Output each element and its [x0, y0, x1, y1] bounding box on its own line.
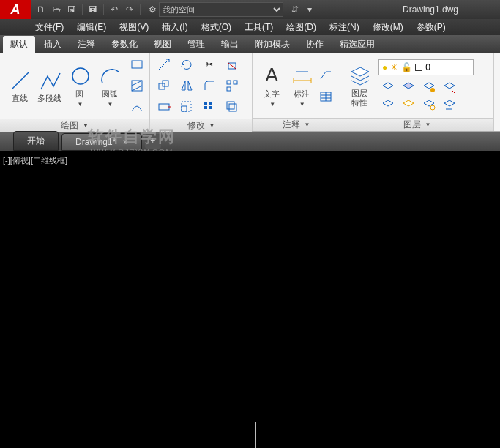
tab-addins[interactable]: 附加模块: [247, 36, 297, 53]
tab-annotate[interactable]: 注释: [70, 36, 102, 53]
svg-line-0: [12, 72, 29, 89]
menu-modify[interactable]: 修改(M): [373, 21, 403, 34]
panel-title-layer[interactable]: 图层▼: [340, 118, 493, 131]
line-icon: [8, 68, 31, 92]
viewport-label[interactable]: [-][俯视][二维线框]: [0, 151, 500, 171]
new-icon[interactable]: 🗋: [34, 2, 48, 17]
chevron-down-icon: ▼: [83, 122, 89, 129]
drawing-viewport[interactable]: [-][俯视][二维线框]: [0, 151, 500, 448]
fillet-icon[interactable]: [200, 76, 219, 95]
chevron-down-icon: ▼: [78, 101, 83, 108]
hatch-icon[interactable]: [127, 76, 146, 95]
scale-icon[interactable]: [177, 97, 196, 116]
trim-icon[interactable]: ✂: [200, 55, 219, 74]
tab-output[interactable]: 输出: [214, 36, 246, 53]
menu-edit[interactable]: 编辑(E): [77, 21, 106, 34]
crosshair-vertical: [255, 422, 256, 448]
layer-properties-button[interactable]: 图层 特性: [345, 64, 374, 106]
chevron-down-icon: ▼: [108, 101, 113, 108]
panel-title-draw[interactable]: 绘图▼: [0, 119, 149, 132]
chevron-down-icon: ▼: [269, 101, 275, 108]
menu-param[interactable]: 参数(P): [417, 21, 446, 34]
circle-button[interactable]: 圆▼: [64, 64, 94, 108]
menu-format[interactable]: 格式(O): [201, 21, 231, 34]
workspace-select[interactable]: 我的空间: [159, 2, 283, 17]
chevron-down-icon: ▼: [425, 122, 431, 128]
tab-default[interactable]: 默认: [3, 36, 35, 53]
svg-line-4: [132, 81, 142, 86]
layer-unlock-icon[interactable]: [419, 96, 439, 115]
layer-freeze-icon[interactable]: [399, 78, 418, 97]
array-icon[interactable]: [200, 97, 219, 116]
gear-icon: ⚙: [149, 4, 157, 15]
open-icon[interactable]: 🗁: [49, 2, 64, 17]
erase-icon[interactable]: [223, 55, 242, 74]
ribbon-content: 直线 多段线 圆▼ 圆弧▼: [0, 53, 500, 132]
svg-point-1: [72, 68, 89, 84]
menu-draw[interactable]: 绘图(D): [286, 21, 316, 34]
panel-title-annotate[interactable]: 注释▼: [253, 118, 340, 131]
tab-manage[interactable]: 管理: [180, 36, 212, 53]
svg-rect-16: [204, 102, 207, 105]
layer-iso-icon[interactable]: [378, 96, 398, 115]
dropdown-icon[interactable]: ▾: [302, 2, 317, 17]
layer-match-icon[interactable]: [440, 78, 459, 97]
tab-collab[interactable]: 协作: [299, 36, 331, 53]
dimension-button[interactable]: 标注▼: [287, 64, 317, 108]
doctab-start[interactable]: 开始: [13, 131, 59, 151]
svg-line-5: [132, 86, 142, 91]
table-icon[interactable]: [316, 87, 335, 106]
app-logo[interactable]: A: [0, 0, 31, 19]
layer-off-icon[interactable]: [378, 78, 398, 97]
redo-icon[interactable]: ↷: [122, 2, 137, 17]
rotate-icon[interactable]: [177, 55, 196, 74]
spline-icon[interactable]: [127, 97, 146, 116]
move-icon[interactable]: [154, 55, 173, 74]
rectangle-icon[interactable]: [127, 55, 146, 74]
menu-file[interactable]: 文件(F): [35, 21, 64, 34]
chevron-down-icon: ▼: [299, 101, 305, 108]
layers-icon: [348, 64, 371, 87]
undo-icon[interactable]: ↶: [107, 2, 122, 17]
document-title: Drawing1.dwg: [361, 4, 500, 15]
svg-rect-3: [132, 81, 142, 91]
polyline-button[interactable]: 多段线: [34, 68, 64, 104]
copy-icon[interactable]: [154, 76, 173, 95]
text-icon: A: [260, 64, 283, 87]
saveas-icon[interactable]: 🖬: [86, 2, 100, 17]
bulb-icon: ●: [382, 62, 387, 72]
offset-icon[interactable]: [223, 97, 242, 116]
document-tabs: 开始 Drawing1* × +: [0, 132, 500, 151]
ribbon: 默认 插入 注释 参数化 视图 管理 输出 附加模块 协作 精选应用 直线 多段…: [0, 35, 500, 132]
menu-tools[interactable]: 工具(T): [245, 21, 273, 34]
text-button[interactable]: A 文字▼: [257, 64, 287, 108]
explode-icon[interactable]: [223, 76, 242, 95]
doctab-add[interactable]: +: [145, 134, 161, 149]
menu-view[interactable]: 视图(V): [119, 21, 149, 34]
menu-insert[interactable]: 插入(I): [162, 21, 187, 34]
layer-thaw-icon[interactable]: [399, 96, 418, 115]
layer-dropdown[interactable]: ● ☀ 🔓 0: [378, 59, 474, 75]
doctab-drawing[interactable]: Drawing1* ×: [61, 133, 142, 151]
stretch-icon[interactable]: [154, 97, 173, 116]
share-icon[interactable]: ⇵: [288, 2, 302, 17]
tab-view[interactable]: 视图: [146, 36, 179, 53]
tab-featured[interactable]: 精选应用: [332, 36, 382, 53]
mirror-icon[interactable]: [177, 76, 196, 95]
panel-modify: ✂ 修改▼: [150, 53, 253, 131]
menu-dimension[interactable]: 标注(N): [329, 21, 359, 34]
leader-icon[interactable]: [316, 65, 335, 84]
layer-lock-icon[interactable]: [419, 78, 439, 97]
line-button[interactable]: 直线: [4, 68, 34, 104]
layer-prev-icon[interactable]: [440, 96, 459, 115]
quick-access-toolbar: 🗋 🗁 🖫 🖬 ↶ ↷: [34, 2, 143, 17]
save-icon[interactable]: 🖫: [64, 2, 79, 17]
svg-rect-2: [132, 61, 142, 68]
lock-icon: 🔓: [401, 62, 412, 72]
panel-title-modify[interactable]: 修改▼: [150, 119, 252, 132]
close-icon[interactable]: ×: [123, 137, 128, 147]
tab-insert[interactable]: 插入: [37, 36, 69, 53]
arc-button[interactable]: 圆弧▼: [94, 64, 124, 108]
workspace-switcher: ⚙ 我的空间: [149, 2, 283, 17]
tab-parametric[interactable]: 参数化: [104, 36, 145, 53]
